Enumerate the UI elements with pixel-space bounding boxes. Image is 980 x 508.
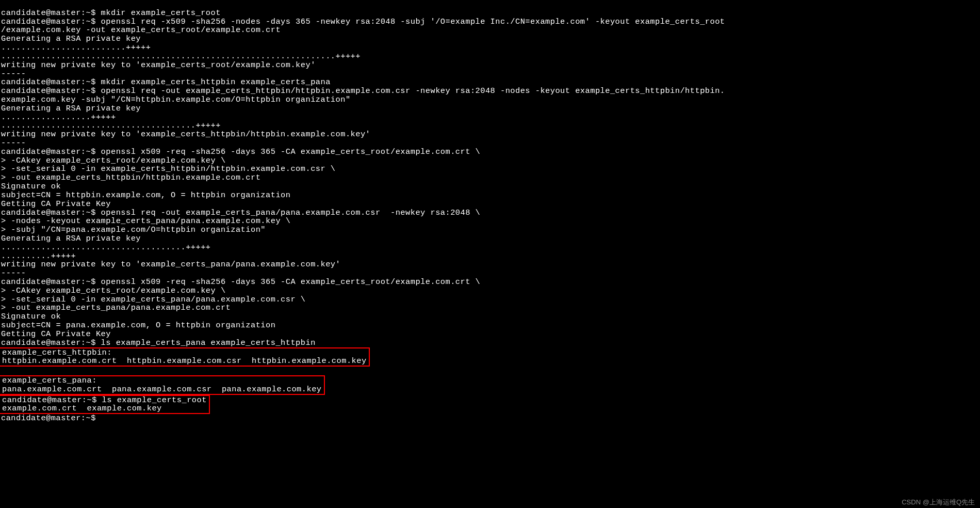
terminal-line: subject=CN = httpbin.example.com, O = ht… (1, 190, 290, 200)
terminal-line: Generating a RSA private key (1, 234, 141, 243)
terminal-line: > -subj "/CN=pana.example.com/O=httpbin … (1, 225, 266, 234)
terminal-line: example_certs_httpbin: (2, 348, 112, 357)
terminal-line: /example.com.key -out example_certs_root… (1, 25, 281, 35)
terminal-line: ----- (1, 138, 26, 148)
terminal-line: candidate@master:~$ openssl x509 -req -s… (1, 277, 480, 287)
terminal-line: example_certs_pana: (2, 376, 97, 385)
terminal-line: subject=CN = pana.example.com, O = httpb… (1, 321, 275, 330)
terminal-line: httpbin.example.com.crt httpbin.example.… (2, 356, 367, 366)
terminal-line: ..........+++++ (1, 251, 76, 261)
terminal-line: ..................+++++ (1, 113, 116, 122)
terminal-line: > -out example_certs_pana/pana.example.c… (1, 303, 231, 312)
terminal-line: .....................................+++… (1, 243, 211, 252)
terminal-line: candidate@master:~$ (1, 414, 96, 423)
terminal-line: candidate@master:~$ ls example_certs_roo… (2, 395, 207, 405)
terminal-line: Signature ok (1, 312, 61, 321)
highlighted-output-pana: example_certs_pana: pana.example.com.crt… (0, 375, 325, 395)
terminal-output[interactable]: candidate@master:~$ mkdir example_certs_… (0, 0, 980, 423)
terminal-line: candidate@master:~$ openssl req -out exa… (1, 208, 480, 217)
terminal-line: ----- (1, 69, 26, 78)
terminal-line: candidate@master:~$ mkdir example_certs_… (1, 77, 331, 87)
highlighted-output-root: candidate@master:~$ ls example_certs_roo… (0, 395, 210, 415)
terminal-line: > -set_serial 0 -in example_certs_pana/p… (1, 295, 305, 304)
terminal-line: ----- (1, 268, 26, 278)
terminal-line: candidate@master:~$ openssl x509 -req -s… (1, 147, 480, 156)
terminal-line: pana.example.com.crt pana.example.com.cs… (2, 385, 322, 394)
terminal-line: ........................................… (1, 52, 361, 61)
terminal-line: example.com.key -subj "/CN=httpbin.examp… (1, 95, 351, 104)
terminal-line: > -CAkey example_certs_root/example.com.… (1, 286, 226, 295)
terminal-line: writing new private key to 'example_cert… (1, 60, 316, 70)
terminal-line: writing new private key to 'example_cert… (1, 260, 340, 269)
terminal-line: > -CAkey example_certs_root/example.com.… (1, 156, 226, 165)
terminal-line: example.com.crt example.com.key (2, 404, 162, 413)
terminal-line: > -out example_certs_httpbin/httpbin.exa… (1, 173, 260, 182)
terminal-line: > -nodes -keyout example_certs_pana/pana… (1, 216, 290, 226)
watermark-text: CSDN @上海运维Q先生 (902, 499, 975, 506)
highlighted-output-httpbin: example_certs_httpbin: httpbin.example.c… (0, 347, 370, 367)
terminal-line: candidate@master:~$ openssl req -out exa… (1, 86, 725, 96)
terminal-line: candidate@master:~$ openssl req -x509 -s… (1, 17, 725, 26)
terminal-line: Signature ok (1, 182, 61, 191)
terminal-line: candidate@master:~$ mkdir example_certs_… (1, 8, 221, 18)
terminal-line: Getting CA Private Key (1, 199, 111, 209)
terminal-line: .......................................+… (1, 121, 221, 130)
terminal-line: writing new private key to 'example_cert… (1, 130, 370, 139)
terminal-line: Generating a RSA private key (1, 104, 141, 113)
terminal-line: .........................+++++ (1, 43, 151, 52)
terminal-line: > -set_serial 0 -in example_certs_httpbi… (1, 164, 336, 173)
terminal-line: Generating a RSA private key (1, 34, 141, 43)
terminal-line: Getting CA Private Key (1, 329, 111, 339)
terminal-line: candidate@master:~$ ls example_certs_pan… (1, 338, 316, 347)
